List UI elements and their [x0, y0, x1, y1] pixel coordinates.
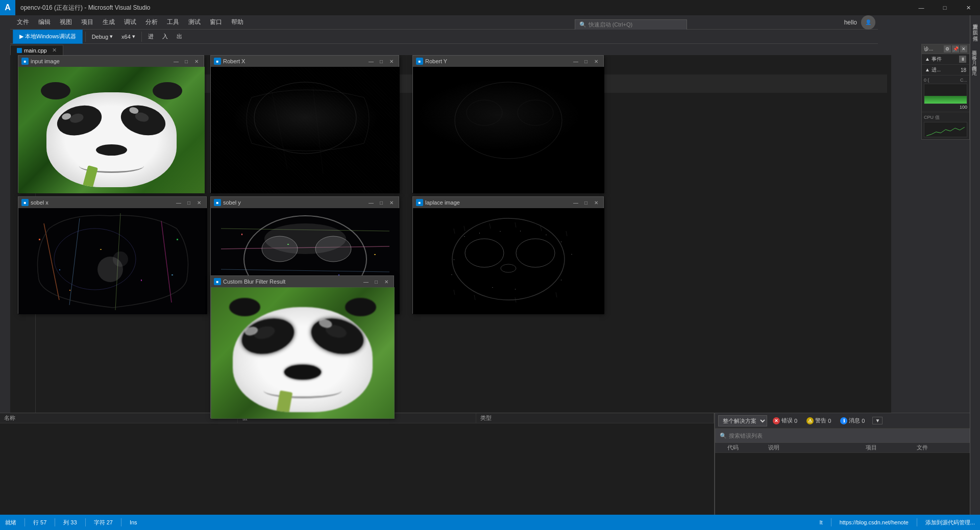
svg-rect-29	[241, 234, 242, 235]
svg-rect-55	[571, 254, 572, 255]
robert-y-title: Robert Y	[425, 58, 447, 64]
memory-vert[interactable]: 内存使	[969, 60, 978, 64]
tab-close-icon[interactable]: ✕	[52, 47, 57, 54]
user-avatar: 👤	[861, 15, 875, 30]
blur-left-ear	[229, 298, 260, 316]
memory-chart: 0 ( C... 100	[922, 75, 969, 112]
sobel-x-content	[18, 208, 207, 314]
maximize-button[interactable]: □	[933, 0, 957, 15]
menu-build[interactable]: 生成	[99, 17, 119, 28]
menu-test[interactable]: 测试	[184, 17, 205, 28]
error-count-badge[interactable]: ✕ 错误 0	[769, 416, 801, 425]
cb-maximize-btn[interactable]: □	[372, 277, 380, 286]
sx-minimize-btn[interactable]: —	[175, 198, 183, 207]
sobel-x-window[interactable]: ■ sobel x — □ ✕	[18, 196, 207, 314]
blur-left-eye	[238, 313, 298, 360]
custom-blur-titlebar[interactable]: ■ Custom Blur Filter Result — □ ✕	[211, 276, 394, 287]
cb-minimize-btn[interactable]: —	[362, 277, 370, 286]
menu-tools[interactable]: 工具	[163, 17, 183, 28]
col-project: 项目	[866, 444, 917, 451]
filter-btn[interactable]: ▼	[872, 417, 883, 424]
pause-btn[interactable]: ⏸	[959, 56, 966, 63]
rx-minimize-btn[interactable]: —	[367, 57, 375, 65]
toolbar2: ▶ 本地Windows调试器 Debug ▾ x64 ▾ 进 入 出	[10, 30, 878, 44]
add-source-control[interactable]: 添加到源代码管理...	[925, 519, 975, 526]
robert-y-window[interactable]: ■ Robert Y — □ ✕	[412, 55, 604, 193]
c-label: C...	[960, 78, 967, 83]
warning-count-badge[interactable]: ⚠ 警告 0	[803, 416, 835, 425]
ry-close-btn[interactable]: ✕	[592, 57, 600, 65]
rx-maximize-btn[interactable]: □	[377, 57, 385, 65]
diag-pin-btn[interactable]: 📌	[952, 45, 959, 53]
input-maximize-btn[interactable]: □	[182, 57, 190, 65]
lp-maximize-btn[interactable]: □	[582, 198, 590, 207]
sobel-x-titlebar[interactable]: ■ sobel x — □ ✕	[18, 197, 206, 208]
ry-maximize-btn[interactable]: □	[582, 57, 590, 65]
input-image-content	[18, 67, 205, 193]
menu-window[interactable]: 窗口	[206, 17, 226, 28]
memory-value: 100	[960, 105, 967, 110]
rx-close-btn[interactable]: ✕	[387, 57, 396, 65]
svg-point-4	[467, 100, 502, 125]
menu-project[interactable]: 项目	[77, 17, 97, 28]
solution-selector[interactable]: 整个解决方案	[718, 415, 767, 426]
menu-view[interactable]: 视图	[56, 17, 76, 28]
debug-mode-btn[interactable]: Debug ▾	[88, 30, 116, 44]
进-btn[interactable]: 进	[144, 30, 157, 44]
menu-analyze[interactable]: 分析	[141, 17, 162, 28]
minimize-button[interactable]: —	[910, 0, 933, 15]
入-btn[interactable]: 入	[159, 30, 172, 44]
sy-close-btn[interactable]: ✕	[387, 198, 396, 207]
menu-debug[interactable]: 调试	[120, 17, 140, 28]
tab-main-cpp[interactable]: main.cpp ✕	[10, 45, 63, 55]
出-btn[interactable]: 出	[173, 30, 186, 44]
lp-close-btn[interactable]: ✕	[592, 198, 600, 207]
team-explorer-label[interactable]: 团队	[971, 24, 980, 28]
input-minimize-btn[interactable]: —	[172, 57, 180, 65]
svg-rect-32	[374, 254, 376, 255]
solution-explorer-label[interactable]: 解决方案	[971, 18, 980, 22]
error-search-box[interactable]: 🔍 搜索错误列表	[715, 428, 980, 443]
platform-btn[interactable]: x64 ▾	[118, 30, 139, 44]
diag-close-btn[interactable]: ✕	[960, 45, 967, 53]
sobel-y-titlebar[interactable]: ■ sobel y — □ ✕	[211, 197, 399, 208]
opencv-icon5: ■	[214, 199, 221, 206]
properties-label[interactable]: 属性	[971, 30, 980, 34]
sy-maximize-btn[interactable]: □	[377, 198, 385, 207]
sx-maximize-btn[interactable]: □	[185, 198, 193, 207]
menu-help[interactable]: 帮助	[227, 17, 248, 28]
status-div1	[24, 518, 25, 526]
cb-close-btn[interactable]: ✕	[382, 277, 390, 286]
month-vert[interactable]: 月	[969, 55, 978, 59]
input-image-titlebar[interactable]: ■ input image — □ ✕	[18, 56, 204, 67]
it-label: It	[820, 519, 823, 525]
sx-close-btn[interactable]: ✕	[195, 198, 203, 207]
laplace-window[interactable]: ■ laplace image — □ ✕	[412, 196, 604, 314]
chevron-down-icon: ▾	[110, 33, 113, 40]
quick-launch-box[interactable]: 🔍 快速启动 (Ctrl+Q)	[575, 19, 687, 31]
status-div5	[831, 518, 831, 526]
laplace-titlebar[interactable]: ■ laplace image — □ ✕	[413, 197, 603, 208]
lp-minimize-btn[interactable]: —	[572, 198, 580, 207]
input-image-window[interactable]: ■ input image — □ ✕	[18, 55, 204, 193]
summary-vert[interactable]: 摘要	[969, 44, 978, 48]
svg-point-61	[501, 264, 516, 272]
custom-blur-window[interactable]: ■ Custom Blur Filter Result — □ ✕	[210, 275, 394, 418]
robert-x-titlebar[interactable]: ■ Robert X — □ ✕	[211, 56, 399, 67]
menu-edit[interactable]: 编辑	[34, 17, 55, 28]
svg-point-5	[518, 100, 553, 125]
menu-bar: 文件 编辑 视图 项目 生成 调试 分析 工具 测试 窗口 帮助 🔍 快速启动 …	[10, 15, 878, 30]
input-close-btn[interactable]: ✕	[192, 57, 201, 65]
sy-minimize-btn[interactable]: —	[367, 198, 375, 207]
debug-start-btn[interactable]: ▶ 本地Windows调试器	[13, 30, 83, 44]
close-button[interactable]: ✕	[957, 0, 980, 15]
ry-minimize-btn[interactable]: —	[572, 57, 580, 65]
menu-file[interactable]: 文件	[13, 17, 33, 28]
info-count-badge[interactable]: ℹ 消息 0	[837, 416, 868, 425]
robert-x-window[interactable]: ■ Robert X — □ ✕	[210, 55, 399, 193]
status-div4	[121, 518, 121, 526]
robert-y-titlebar[interactable]: ■ Robert Y — □ ✕	[413, 56, 603, 67]
diag-settings-btn[interactable]: ⚙	[944, 45, 951, 53]
events-vert[interactable]: 事件	[969, 49, 978, 54]
network-vert[interactable]: 尾	[969, 65, 978, 69]
